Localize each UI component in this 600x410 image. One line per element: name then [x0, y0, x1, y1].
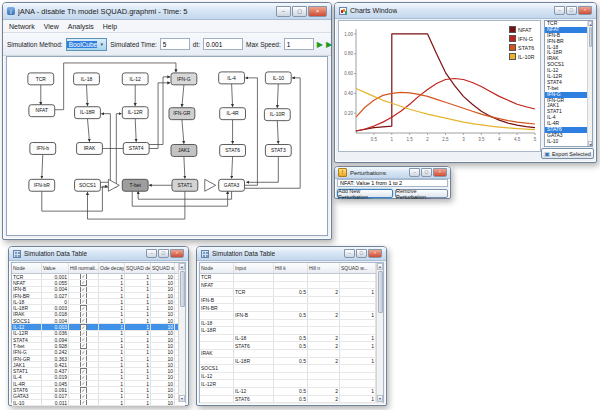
perturbations-titlebar[interactable]: ! Perturbations: – ▢ ×	[335, 167, 450, 179]
checkbox-checked-icon[interactable]: ✓	[80, 287, 87, 292]
network-node[interactable]: IRAK	[77, 143, 103, 155]
checkbox-checked-icon[interactable]: ✓	[80, 293, 87, 298]
minimize-button[interactable]: –	[276, 6, 291, 17]
scrollbar-thumb[interactable]	[589, 27, 592, 47]
maximize-button[interactable]: ▢	[356, 249, 367, 258]
table-row[interactable]: IL-18R	[200, 327, 383, 335]
network-node[interactable]: IL-18	[74, 73, 100, 85]
maximize-button[interactable]: ▢	[421, 168, 432, 177]
table-row[interactable]: IL-120.521	[200, 388, 383, 396]
network-node[interactable]: GATA3	[219, 179, 245, 191]
network-node[interactable]: IFN-G	[171, 73, 197, 85]
table-row[interactable]: IL-180.521	[200, 335, 383, 343]
remove-perturbation-button[interactable]: Remove Perturbation...	[395, 189, 448, 198]
menu-view[interactable]: View	[44, 23, 59, 30]
checkbox-checked-icon[interactable]: ✓	[80, 381, 87, 386]
column-header[interactable]: Value	[42, 263, 69, 273]
network-node[interactable]: JAK1	[171, 145, 197, 157]
close-button[interactable]: ×	[308, 6, 327, 17]
checkbox-checked-icon[interactable]: ✓	[80, 337, 87, 342]
checkbox-checked-icon[interactable]: ✓	[80, 368, 87, 373]
table-row[interactable]: IL-12R	[200, 380, 383, 388]
maximize-button[interactable]: ▢	[158, 249, 169, 258]
list-item[interactable]: IL-10	[545, 139, 587, 145]
checkbox-checked-icon[interactable]: ✓	[80, 274, 87, 279]
table2-scrollbar[interactable]: ▲ ▼	[376, 263, 383, 402]
sim-time-input[interactable]	[160, 38, 190, 50]
step-icon[interactable]: ▶	[326, 38, 332, 51]
menu-analysis[interactable]: Analysis	[68, 23, 94, 30]
play-icon[interactable]: ▶	[317, 38, 323, 51]
network-node[interactable]: NFAT	[29, 105, 55, 117]
charts-titlebar[interactable]: Charts Window – ▢ ×	[335, 3, 596, 19]
column-header[interactable]: Ode decay	[99, 263, 125, 273]
column-header[interactable]: Node	[200, 263, 234, 273]
column-header[interactable]: Input	[234, 263, 274, 273]
scroll-down-icon[interactable]: ▼	[377, 395, 383, 402]
close-button[interactable]: ×	[170, 249, 184, 258]
checkbox-checked-icon[interactable]: ✓	[80, 312, 87, 317]
export-selected-button[interactable]: ▣ Export Selected	[541, 148, 594, 159]
main-titlebar[interactable]: j jANA - disable Th model SQUAD.graphml …	[3, 3, 331, 20]
checkbox-checked-icon[interactable]: ✓	[80, 305, 87, 310]
maximize-button[interactable]: ▢	[566, 6, 577, 15]
perturbation-list-item[interactable]: NFAT: Value 1 from 1 to 2	[337, 179, 448, 187]
network-node[interactable]: IL-12R	[122, 107, 148, 119]
table-row[interactable]: IL-18R0.521	[200, 358, 383, 366]
table1-titlebar[interactable]: Simulation Data Table – ▢ ×	[9, 247, 188, 261]
sim-method-select[interactable]: BoolCube ▾	[66, 38, 108, 51]
table-row[interactable]: NFAT	[200, 282, 383, 290]
network-node[interactable]: IL-12	[122, 73, 148, 85]
checkbox-checked-icon[interactable]: ✓	[80, 343, 87, 348]
table-row[interactable]: STAT60.521	[200, 396, 383, 404]
network-node[interactable]: SOCS1	[75, 179, 101, 191]
table2-titlebar[interactable]: Simulation Data Table – ▢ ×	[197, 247, 386, 261]
network-node[interactable]: STAT1	[172, 179, 198, 191]
scroll-up-icon[interactable]: ▲	[179, 263, 185, 270]
column-header[interactable]: Node	[12, 263, 42, 273]
table-row[interactable]: IFN-B0.521	[200, 312, 383, 320]
network-node[interactable]: T-bet	[122, 179, 148, 191]
minimize-button[interactable]: –	[554, 6, 565, 15]
table-row[interactable]: IL-100.011✓1110	[12, 400, 185, 406]
network-node[interactable]: STAT6	[220, 145, 246, 157]
scroll-up-icon[interactable]: ▲	[377, 263, 383, 270]
network-node[interactable]: TCR	[28, 73, 54, 85]
close-button[interactable]: ×	[368, 249, 382, 258]
scrollbar-thumb[interactable]	[180, 271, 185, 307]
maximize-button[interactable]: ▢	[292, 6, 307, 17]
table-row[interactable]: STAT60.521	[200, 342, 383, 350]
close-button[interactable]: ×	[578, 6, 592, 15]
table-row[interactable]: IL-18	[200, 320, 383, 328]
column-header[interactable]: Hill n	[308, 263, 340, 273]
checkbox-checked-icon[interactable]: ✓	[80, 350, 87, 355]
column-header[interactable]: SQUAD w...	[340, 263, 376, 273]
checkbox-checked-icon[interactable]: ✓	[80, 331, 87, 336]
add-perturbation-button[interactable]: Add New Perturbation...	[337, 189, 393, 198]
table-row[interactable]: TCR0.521	[200, 289, 383, 297]
network-node[interactable]: IL-10R	[264, 109, 290, 121]
network-node[interactable]: IFN-b	[30, 143, 56, 155]
column-header[interactable]: Hill normali...	[69, 263, 99, 273]
network-node[interactable]: IFN-GR	[169, 108, 195, 120]
minimize-button[interactable]: –	[409, 168, 420, 177]
network-node[interactable]: STAT3	[265, 145, 291, 157]
table-row[interactable]: IFN-B	[200, 297, 383, 305]
scroll-down-icon[interactable]: ▼	[179, 395, 185, 402]
max-speed-input[interactable]	[284, 38, 314, 50]
checkbox-checked-icon[interactable]: ✓	[80, 356, 87, 361]
checkbox-checked-icon[interactable]: ✓	[80, 299, 87, 304]
checkbox-checked-icon[interactable]: ✓	[80, 324, 87, 329]
checkbox-checked-icon[interactable]: ✓	[80, 394, 87, 399]
network-node[interactable]: IL-4	[219, 72, 245, 84]
column-header[interactable]: SQUAD st...	[151, 263, 175, 273]
table-row[interactable]: SOCS1	[200, 365, 383, 373]
table-row[interactable]: IRAK	[200, 350, 383, 358]
scroll-down-icon[interactable]: ▼	[588, 141, 592, 146]
network-node[interactable]: IL-18R	[75, 107, 101, 119]
list-scrollbar[interactable]: ▲ ▼	[587, 21, 592, 146]
checkbox-checked-icon[interactable]: ✓	[80, 280, 87, 285]
checkbox-checked-icon[interactable]: ✓	[80, 375, 87, 380]
table-row[interactable]: IL-12	[200, 373, 383, 381]
checkbox-checked-icon[interactable]: ✓	[80, 400, 87, 405]
